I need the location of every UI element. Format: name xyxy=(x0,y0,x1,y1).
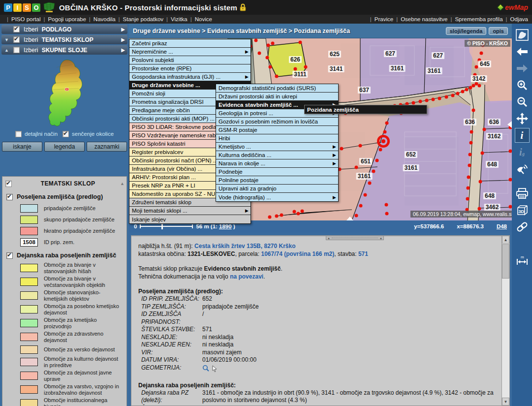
menubar-link[interactable]: PISO portal xyxy=(4,16,40,22)
legend-swatch xyxy=(20,278,38,286)
scrollbar-thumb[interactable] xyxy=(502,244,509,279)
gps-tool[interactable] xyxy=(515,161,530,176)
menu-item[interactable]: Pozidana zemljišča xyxy=(305,105,427,114)
attribute-row: Šifra prevladujoče dej. rabe: 3161 xyxy=(138,405,495,406)
accordion-checkbox[interactable] xyxy=(13,47,20,53)
legend-item: Območje za bivanje v stanovanjskih hišah xyxy=(20,262,125,274)
map-option[interactable]: detajlni način xyxy=(15,131,58,137)
info-panel-scrollbar[interactable]: ▲ ▼ xyxy=(501,235,510,406)
zk-point xyxy=(472,109,475,112)
legend-master-checkbox[interactable]: ✔ xyxy=(5,181,12,187)
zoom-to-geometry-icon[interactable] xyxy=(202,365,210,372)
menu-item[interactable]: Začetni prikaz xyxy=(129,39,250,48)
menubar-link[interactable]: Pogoji uporabe xyxy=(40,16,86,22)
menu-item[interactable]: Podnebje xyxy=(216,168,338,176)
map-option[interactable]: ✔ senčenje okolice xyxy=(63,131,114,137)
link-tool[interactable] xyxy=(515,219,530,234)
back-tool[interactable] xyxy=(515,44,530,59)
menu-item[interactable]: Moji tematski sklopi ... ▶ xyxy=(129,207,250,215)
submenu-arrow-icon: ▶ xyxy=(333,195,336,200)
menu-item[interactable]: Nepremičnine ... ▶ xyxy=(129,48,250,56)
scroll-up-icon[interactable]: ▲ xyxy=(502,236,509,244)
menu-item[interactable]: Državni prostorski akti in ukrepi xyxy=(216,93,338,101)
breadcrumb-button[interactable]: opis xyxy=(489,27,508,35)
select-geometry-cursor-icon[interactable] xyxy=(212,365,218,372)
sidebar-tab[interactable]: iskanje xyxy=(2,142,42,152)
menu-item[interactable]: GSM-R postaje xyxy=(216,126,338,134)
accordion-checkbox[interactable]: ✔ xyxy=(13,26,20,32)
menubar-link[interactable]: Vizitka xyxy=(163,16,188,22)
address-link[interactable]: Cesta krških žrtev 135B, 8270 Krško xyxy=(194,243,295,250)
datum-link[interactable]: D48 xyxy=(497,223,507,229)
menubar-link[interactable]: Pravice xyxy=(367,16,393,22)
expand-panel-handle-icon[interactable] xyxy=(507,121,512,128)
menu-item[interactable]: Vode (hidrografija) ... ▶ xyxy=(216,193,338,201)
menu-item[interactable]: Gospodarska infrastruktura (GJI) ... ▶ xyxy=(129,73,250,81)
identify-tool[interactable]: i xyxy=(515,128,530,143)
zk-point xyxy=(254,39,258,42)
legend-item: hkratno pripadajoče zemljišče xyxy=(20,226,125,236)
menubar-link[interactable]: Odjava xyxy=(503,16,528,22)
legend-section-title: Dejanska raba poseljenih zemljišč xyxy=(17,252,116,259)
breadcrumb-button[interactable]: sloji/legenda xyxy=(446,27,487,35)
zk-point xyxy=(293,210,296,214)
menu-item[interactable]: Iskanje slojev xyxy=(129,215,250,223)
legend-section-checkbox[interactable]: ✔ xyxy=(6,252,13,259)
legend-item: Območje za bivanje v večstanovanjskih ob… xyxy=(20,276,125,288)
menu-item[interactable]: Upravni akti za gradnjo xyxy=(216,185,338,193)
accordion-header[interactable]: ▲ Izberi SKUPNE SLOJE ▶ xyxy=(1,45,127,55)
scale-value-link[interactable]: 1890 xyxy=(219,223,232,229)
menu-item[interactable]: Narava in okolje ... ▶ xyxy=(216,159,338,168)
doc-link[interactable]: na povezavi xyxy=(230,273,263,280)
measure-tool[interactable]: m xyxy=(515,253,530,268)
overview-map[interactable] xyxy=(0,57,129,128)
piso-logo[interactable]: PISO xyxy=(4,3,40,12)
panel-drag-handle[interactable]: ▲▲ xyxy=(326,236,384,240)
identify-group-tool[interactable]: ig xyxy=(515,145,530,159)
zk-point xyxy=(355,166,358,169)
zk-point xyxy=(301,210,304,213)
menu-item[interactable]: Polnilne postaje xyxy=(216,176,338,185)
open-panel-arrow-icon[interactable]: ▶ xyxy=(121,27,125,32)
sidebar-tab[interactable]: zaznamki xyxy=(87,142,127,152)
menu-item[interactable]: Kulturna dediščina ... ▶ xyxy=(216,151,338,159)
3d-view-tool[interactable]: 3D xyxy=(515,203,530,218)
scale-slider[interactable] xyxy=(140,224,193,229)
zoom-out-tool[interactable] xyxy=(515,94,530,109)
legend-swatch: 1508 xyxy=(20,238,38,247)
parcel-link[interactable]: 1067/74 (površina 166 m2) xyxy=(261,250,334,257)
sidebar-tab[interactable]: legenda xyxy=(44,142,85,152)
pan-tool[interactable] xyxy=(515,111,530,126)
accordion-checkbox[interactable]: ✔ xyxy=(13,36,20,43)
open-panel-arrow-icon[interactable]: ▶ xyxy=(121,37,125,42)
parcel-label: 627 xyxy=(384,50,397,57)
forward-tool[interactable] xyxy=(515,61,530,76)
menubar-link[interactable]: Osebne nastavitve xyxy=(393,16,447,22)
menu-item[interactable]: Hribi xyxy=(216,134,338,143)
building-link[interactable]: 571 xyxy=(358,250,368,257)
accordion-header[interactable]: ✔ Izberi PODLAGO ▶ xyxy=(1,25,127,34)
check-icon: ✔ xyxy=(14,35,19,42)
collapse-panel-handle-icon[interactable] xyxy=(346,217,353,220)
scroll-down-icon[interactable]: ▼ xyxy=(502,398,509,406)
print-tool[interactable] xyxy=(515,186,530,201)
menubar-link[interactable]: Navodila xyxy=(86,16,116,22)
overview-map-tool[interactable] xyxy=(515,28,530,42)
collapse-caret-icon[interactable]: ▼ xyxy=(4,37,10,42)
open-panel-arrow-icon[interactable]: ▶ xyxy=(121,47,125,53)
accordion-header[interactable]: ▼ ✔ Izberi TEMATSKI SKLOP ▶ xyxy=(1,35,127,44)
option-checkbox[interactable] xyxy=(15,131,22,137)
menubar-link[interactable]: Stanje podatkov xyxy=(116,16,163,22)
menu-item[interactable]: Gozdovi s posebnim režimom in lovišča xyxy=(216,118,338,126)
menu-item[interactable]: Poslovni subjekti xyxy=(129,56,250,64)
menubar-link[interactable]: Novice xyxy=(188,16,212,22)
legend-section-checkbox[interactable]: ✔ xyxy=(6,194,13,200)
option-checkbox[interactable]: ✔ xyxy=(63,131,69,137)
zoom-in-tool[interactable] xyxy=(515,78,530,93)
collapse-caret-icon[interactable]: ▲ xyxy=(4,48,10,53)
menu-item[interactable]: Kmetijstvo ... ▶ xyxy=(216,143,338,151)
menu-item[interactable]: Demografski statistični podatki (SURS) xyxy=(216,84,338,93)
menubar-link[interactable]: Sprememba profila xyxy=(447,16,502,22)
legend-scroll-up-icon[interactable]: ▲ xyxy=(120,181,125,186)
menu-item[interactable]: Prostorske enote (RPE) xyxy=(129,64,250,73)
